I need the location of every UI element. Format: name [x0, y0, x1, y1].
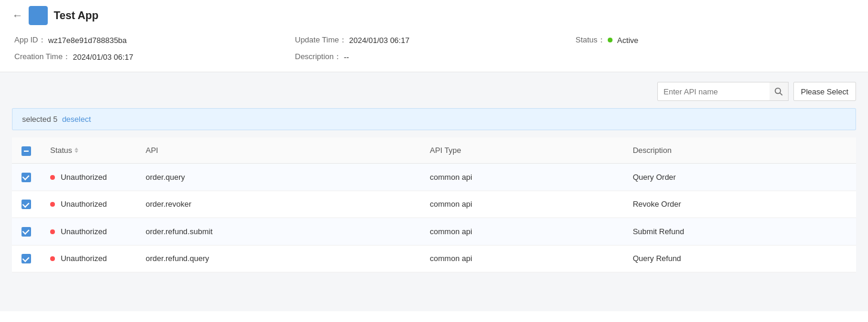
table-row: Unauthorized order.query common api Quer…	[12, 164, 856, 191]
description-item: Description： --	[295, 51, 575, 62]
th-checkbox	[12, 137, 41, 164]
row-api: order.query	[136, 164, 420, 191]
content-section: Please Select selected 5 deselect Status	[0, 72, 868, 311]
status-dot-icon	[608, 38, 612, 42]
table-row: Unauthorized order.revoker common api Re…	[12, 191, 856, 218]
status-text: Unauthorized	[61, 227, 107, 236]
status-text: Unauthorized	[61, 173, 107, 182]
th-api: API	[136, 137, 420, 164]
app-title: Test App	[54, 10, 99, 22]
app-title-row: ← Test App	[12, 6, 856, 25]
row-checkbox[interactable]	[21, 254, 31, 263]
table-container: Status API API Type Description	[12, 137, 856, 272]
status-dot-icon	[50, 175, 55, 180]
row-checkbox[interactable]	[21, 173, 31, 182]
update-time-item: Update Time： 2024/01/03 06:17	[295, 35, 575, 45]
description-label: Description：	[295, 51, 341, 62]
status-dot-icon	[50, 202, 55, 207]
selected-bar: selected 5 deselect	[12, 108, 856, 130]
description-value: --	[344, 53, 349, 62]
sort-icon	[75, 148, 78, 153]
search-wrapper	[657, 82, 789, 101]
app-icon	[29, 6, 48, 25]
row-status: Unauthorized	[41, 164, 136, 191]
status-item: Status： Active	[575, 35, 856, 45]
update-time-label: Update Time：	[295, 35, 347, 45]
creation-time-label: Creation Time：	[14, 51, 70, 62]
row-checkbox-cell	[12, 218, 41, 246]
header-section: ← Test App App ID： wz17e8e91d788835ba Up…	[0, 0, 868, 72]
creation-time-value: 2024/01/03 06:17	[73, 53, 133, 62]
table-row: Unauthorized order.refund.query common a…	[12, 245, 856, 272]
row-status: Unauthorized	[41, 245, 136, 272]
row-description: Revoke Order	[623, 191, 856, 218]
select-all-checkbox[interactable]	[21, 146, 31, 156]
row-api-type: common api	[420, 164, 623, 191]
row-checkbox[interactable]	[21, 200, 31, 209]
deselect-link[interactable]: deselect	[62, 115, 91, 124]
update-time-value: 2024/01/03 06:17	[349, 36, 410, 45]
th-description: Description	[623, 137, 856, 164]
row-checkbox[interactable]	[21, 227, 31, 237]
app-id-label: App ID：	[14, 35, 46, 45]
status-value: Active	[617, 36, 638, 45]
row-api-type: common api	[420, 218, 623, 246]
meta-grid: App ID： wz17e8e91d788835ba Update Time： …	[12, 35, 856, 62]
back-button[interactable]: ←	[12, 10, 23, 22]
status-label: Status：	[575, 35, 605, 45]
status-text: Unauthorized	[61, 200, 107, 208]
row-description: Query Refund	[623, 245, 856, 272]
row-checkbox-cell	[12, 191, 41, 218]
row-status: Unauthorized	[41, 191, 136, 218]
th-api-type: API Type	[420, 137, 623, 164]
row-api-type: common api	[420, 245, 623, 272]
search-icon	[774, 87, 783, 96]
row-api: order.refund.query	[136, 245, 420, 272]
table-row: Unauthorized order.refund.submit common …	[12, 218, 856, 246]
toolbar-row: Please Select	[12, 82, 856, 101]
search-input[interactable]	[657, 82, 789, 101]
row-description: Query Order	[623, 164, 856, 191]
svg-line-1	[780, 93, 783, 96]
creation-time-item: Creation Time： 2024/01/03 06:17	[14, 51, 295, 62]
status-text: Unauthorized	[61, 254, 107, 263]
row-api: order.revoker	[136, 191, 420, 218]
search-button[interactable]	[769, 82, 789, 101]
row-api-type: common api	[420, 191, 623, 218]
app-id-item: App ID： wz17e8e91d788835ba	[14, 35, 295, 45]
row-checkbox-cell	[12, 245, 41, 272]
row-checkbox-cell	[12, 164, 41, 191]
row-api: order.refund.submit	[136, 218, 420, 246]
status-dot-icon	[50, 229, 55, 234]
row-description: Submit Refund	[623, 218, 856, 246]
app-id-value: wz17e8e91d788835ba	[48, 36, 127, 45]
please-select-button[interactable]: Please Select	[793, 82, 857, 101]
api-table: Status API API Type Description	[12, 137, 856, 272]
th-status: Status	[41, 137, 136, 164]
status-dot-icon	[50, 256, 55, 261]
selected-count-text: selected 5	[22, 115, 57, 124]
row-status: Unauthorized	[41, 218, 136, 246]
table-header-row: Status API API Type Description	[12, 137, 856, 164]
